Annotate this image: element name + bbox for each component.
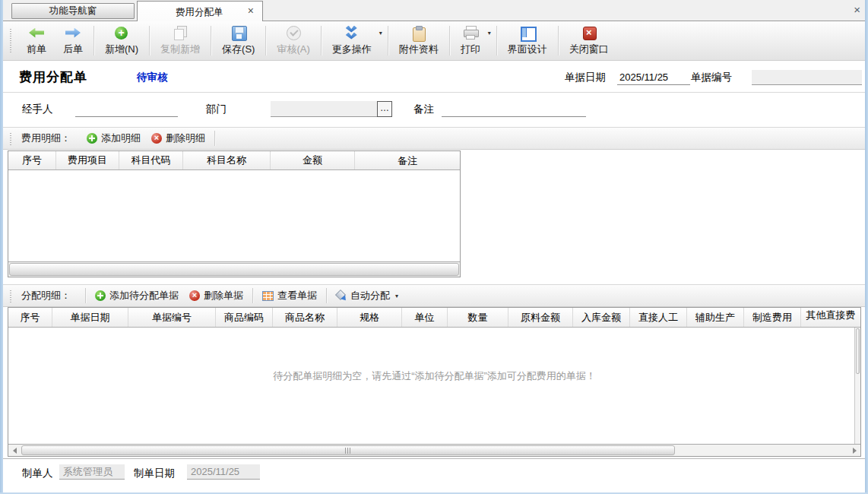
save-button[interactable]: 保存(S) xyxy=(214,21,263,60)
alloc-grid-vscroll-thumb[interactable] xyxy=(856,328,860,374)
right-triangle-icon xyxy=(853,448,857,454)
expense-section-grip[interactable] xyxy=(10,133,11,145)
alloc-col-qty[interactable]: 数量 xyxy=(448,308,508,327)
alloc-col-doc-number[interactable]: 单据编号 xyxy=(128,308,216,327)
expense-col-code[interactable]: 科目代码 xyxy=(119,151,183,169)
alloc-col-prod-name[interactable]: 商品名称 xyxy=(273,308,337,327)
alloc-col-doc-date[interactable]: 单据日期 xyxy=(52,308,128,327)
tab-bar: 功能导航窗 费用分配单 × xyxy=(3,0,865,21)
printer-icon xyxy=(462,26,479,40)
expense-col-seq[interactable]: 序号 xyxy=(8,151,56,169)
attachments-label: 附件资料 xyxy=(399,43,439,56)
alloc-col-other-direct[interactable]: 其他直接费 xyxy=(801,308,860,327)
copy-new-button[interactable]: 复制新增 xyxy=(152,21,208,60)
expense-col-item[interactable]: 费用项目 xyxy=(56,151,119,169)
view-doc-button[interactable]: 查看单据 xyxy=(257,287,322,305)
window-close-icon[interactable]: × xyxy=(854,3,860,16)
delete-expense-detail-label: 删除明细 xyxy=(166,131,205,145)
expense-col-remark[interactable]: 备注 xyxy=(355,151,460,169)
print-button[interactable]: 打印 ▾ xyxy=(452,21,494,60)
expense-col-amount[interactable]: 金额 xyxy=(271,151,355,169)
alloc-col-spec[interactable]: 规格 xyxy=(337,308,402,327)
delete-circle-icon xyxy=(151,133,162,144)
hscroll-left-arrow[interactable] xyxy=(8,445,21,456)
add-alloc-doc-button[interactable]: 添加待分配单据 xyxy=(90,287,184,305)
toolbar-grip[interactable] xyxy=(10,29,11,53)
handler-field[interactable] xyxy=(75,102,178,117)
toolbar-separator xyxy=(93,26,94,55)
doc-number-label: 单据编号 xyxy=(691,71,732,84)
toolbar-separator xyxy=(449,26,450,55)
alloc-grid: 序号 单据日期 单据编号 商品编码 商品名称 规格 单位 数量 原料金额 入库金… xyxy=(8,307,861,457)
more-actions-button[interactable]: 更多操作 ▾ xyxy=(324,21,385,60)
expense-col-name[interactable]: 科目名称 xyxy=(183,151,271,169)
doc-number-field[interactable] xyxy=(752,70,862,85)
add-expense-detail-button[interactable]: 添加明细 xyxy=(81,129,146,147)
ui-design-button[interactable]: 界面设计 xyxy=(499,21,556,60)
alloc-col-material[interactable]: 原料金额 xyxy=(508,308,573,327)
section-separator xyxy=(252,288,253,303)
close-window-label: 关闭窗口 xyxy=(569,43,609,56)
alloc-grid-hscrollbar[interactable] xyxy=(8,444,860,456)
alloc-col-prod-code[interactable]: 商品编码 xyxy=(216,308,273,327)
audit-button[interactable]: 审核(A) xyxy=(268,21,318,60)
doc-date-field[interactable] xyxy=(617,70,690,85)
prev-doc-button[interactable]: 前单 xyxy=(18,21,55,60)
tab-expense-allocation[interactable]: 费用分配单 × xyxy=(137,1,263,21)
floppy-disk-icon xyxy=(230,26,247,40)
double-chevron-down-icon xyxy=(344,26,360,40)
handler-label: 经手人 xyxy=(22,103,53,116)
more-actions-label: 更多操作 xyxy=(332,43,372,56)
alloc-col-auxiliary[interactable]: 辅助生产 xyxy=(687,308,744,327)
toolbar-separator xyxy=(388,26,388,55)
department-field[interactable] xyxy=(271,101,378,117)
red-close-icon xyxy=(581,26,597,40)
form-row: 经手人 部门 … 备注 xyxy=(3,93,865,127)
next-doc-button[interactable]: 后单 xyxy=(55,21,91,60)
expense-grid-body xyxy=(8,170,460,261)
alloc-col-seq[interactable]: 序号 xyxy=(8,308,52,327)
hscroll-right-arrow[interactable] xyxy=(848,445,860,456)
empty-state-message: 待分配单据明细为空，请先通过“添加待分配单据”添加可分配费用的单据！ xyxy=(8,369,860,383)
alloc-section-grip[interactable] xyxy=(10,290,11,302)
auto-allocate-button[interactable]: 自动分配 ▾ xyxy=(331,287,404,305)
delete-alloc-doc-button[interactable]: 删除单据 xyxy=(184,287,249,305)
remark-field[interactable] xyxy=(442,102,586,117)
alloc-grid-hscroll-thumb[interactable] xyxy=(21,445,675,455)
toolbar-separator xyxy=(149,26,150,55)
alloc-grid-vscrollbar[interactable] xyxy=(854,328,860,444)
alloc-col-inbound[interactable]: 入库金额 xyxy=(573,308,630,327)
window-left-border xyxy=(0,0,3,494)
alloc-col-labor[interactable]: 直接人工 xyxy=(630,308,687,327)
section-separator xyxy=(214,131,215,146)
copy-new-label: 复制新增 xyxy=(160,43,200,56)
alloc-section-bar: 分配明细： 添加待分配单据 删除单据 查看单据 自动分配 ▾ xyxy=(3,284,865,307)
tab-close-icon[interactable]: × xyxy=(248,5,254,17)
creation-date-value: 2025/11/25 xyxy=(187,464,260,480)
alloc-col-unit[interactable]: 单位 xyxy=(402,308,448,327)
check-circle-icon xyxy=(285,26,302,40)
attachments-button[interactable]: 附件资料 xyxy=(391,21,447,60)
footer-bar: 制单人 系统管理员 制单日期 2025/11/25 xyxy=(3,459,865,492)
view-doc-label: 查看单据 xyxy=(277,289,317,302)
expense-grid-hscroll-thumb[interactable] xyxy=(9,263,459,276)
expense-grid-hscrollbar[interactable] xyxy=(8,261,460,277)
window-right-border xyxy=(865,0,868,494)
add-circle-icon xyxy=(95,290,106,301)
doc-date-label: 单据日期 xyxy=(565,71,606,84)
department-picker-button[interactable]: … xyxy=(377,101,392,117)
alloc-col-mfg-cost[interactable]: 制造费用 xyxy=(744,308,801,327)
close-window-button[interactable]: 关闭窗口 xyxy=(561,21,617,60)
delete-circle-icon xyxy=(189,290,200,301)
document-header: 费用分配单 待审核 单据日期 单据编号 xyxy=(3,61,865,93)
audit-label: 审核(A) xyxy=(277,43,309,56)
prev-doc-label: 前单 xyxy=(27,43,46,56)
new-button[interactable]: 新增(N) xyxy=(97,21,147,60)
add-circle-icon xyxy=(87,133,97,144)
tab-function-navigator[interactable]: 功能导航窗 xyxy=(11,3,135,19)
delete-expense-detail-button[interactable]: 删除明细 xyxy=(146,129,211,147)
toolbar-separator xyxy=(321,26,322,55)
alloc-grid-body: 待分配单据明细为空，请先通过“添加待分配单据”添加可分配费用的单据！ xyxy=(8,328,860,432)
expense-section-label: 费用明细： xyxy=(21,131,71,145)
tab-expense-allocation-label: 费用分配单 xyxy=(176,6,223,19)
